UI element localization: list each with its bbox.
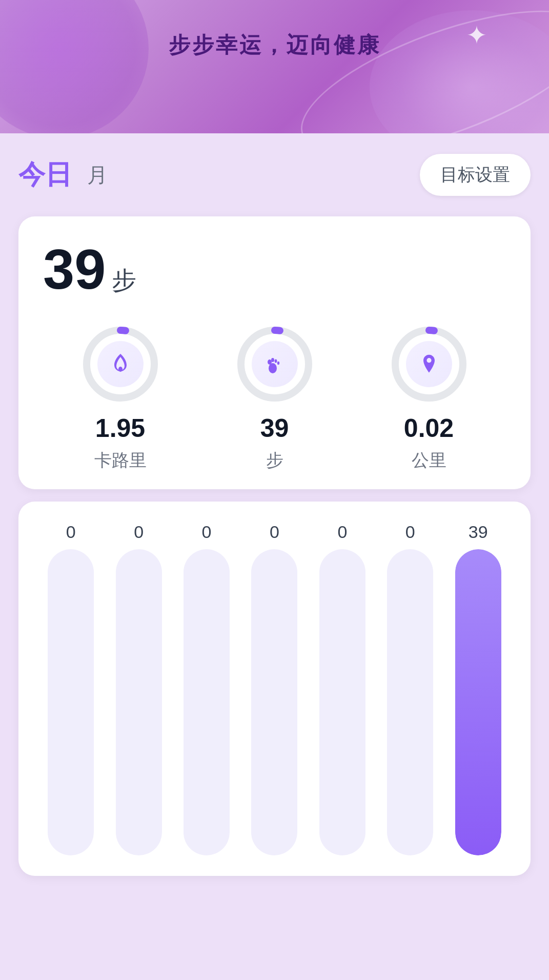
header-section: ✦ 步步幸运，迈向健康 — [0, 0, 549, 133]
tab-today[interactable]: 今日 — [18, 157, 72, 193]
bar-label-3: 0 — [270, 522, 279, 542]
ring-steps — [234, 323, 316, 405]
svg-point-7 — [271, 358, 274, 362]
bar-label-6: 39 — [469, 522, 488, 542]
bar-fill-6 — [455, 549, 501, 855]
tab-month[interactable]: 月 — [87, 161, 108, 189]
bar-chart-card: 00000039 — [18, 502, 531, 876]
steps-label: 步 — [266, 451, 283, 469]
svg-point-6 — [268, 359, 272, 365]
bar-col-6: 39 — [455, 522, 501, 855]
calories-label: 卡路里 — [94, 451, 147, 469]
bar-col-5: 0 — [387, 522, 433, 855]
bar-label-2: 0 — [202, 522, 212, 542]
svg-point-5 — [269, 363, 277, 373]
bar-label-5: 0 — [405, 522, 415, 542]
bar-track-6 — [455, 549, 501, 855]
metric-steps: 39 步 — [234, 323, 316, 469]
main-content: 今日 月 目标设置 39 步 — [0, 133, 549, 980]
header-title: 步步幸运，迈向健康 — [169, 31, 381, 59]
bar-label-0: 0 — [66, 522, 76, 542]
location-icon — [406, 341, 452, 387]
bar-track-1 — [116, 549, 162, 855]
metrics-row: 1.95 卡路里 — [43, 323, 506, 469]
bar-track-3 — [251, 549, 297, 855]
fire-icon — [97, 341, 144, 387]
goal-settings-button[interactable]: 目标设置 — [420, 154, 531, 196]
bar-col-3: 0 — [251, 522, 297, 855]
bar-col-2: 0 — [184, 522, 230, 855]
steps-value: 39 — [260, 415, 289, 441]
calories-value: 1.95 — [95, 415, 145, 441]
svg-point-8 — [274, 359, 277, 363]
bar-track-2 — [184, 549, 230, 855]
svg-point-9 — [277, 362, 279, 365]
metric-distance: 0.02 公里 — [388, 323, 470, 469]
tab-group: 今日 月 — [18, 157, 108, 193]
bar-col-4: 0 — [319, 522, 365, 855]
steps-number: 39 — [43, 241, 106, 297]
sparkle-icon: ✦ — [466, 21, 487, 50]
bar-col-0: 0 — [48, 522, 94, 855]
tab-row: 今日 月 目标设置 — [18, 154, 531, 196]
stats-card: 39 步 1.95 — [18, 216, 531, 489]
bar-col-1: 0 — [116, 522, 162, 855]
distance-label: 公里 — [412, 451, 446, 469]
footprint-icon — [252, 341, 298, 387]
steps-main-display: 39 步 — [43, 241, 506, 297]
ring-distance — [388, 323, 470, 405]
header-decoration-blob1 — [0, 0, 149, 133]
bar-track-4 — [319, 549, 365, 855]
bar-track-5 — [387, 549, 433, 855]
steps-unit: 步 — [112, 264, 136, 297]
ring-calories — [79, 323, 161, 405]
distance-value: 0.02 — [404, 415, 454, 441]
bar-track-0 — [48, 549, 94, 855]
bar-label-4: 0 — [337, 522, 347, 542]
bar-label-1: 0 — [134, 522, 144, 542]
metric-calories: 1.95 卡路里 — [79, 323, 161, 469]
bar-chart: 00000039 — [37, 522, 512, 855]
svg-point-2 — [118, 367, 123, 372]
